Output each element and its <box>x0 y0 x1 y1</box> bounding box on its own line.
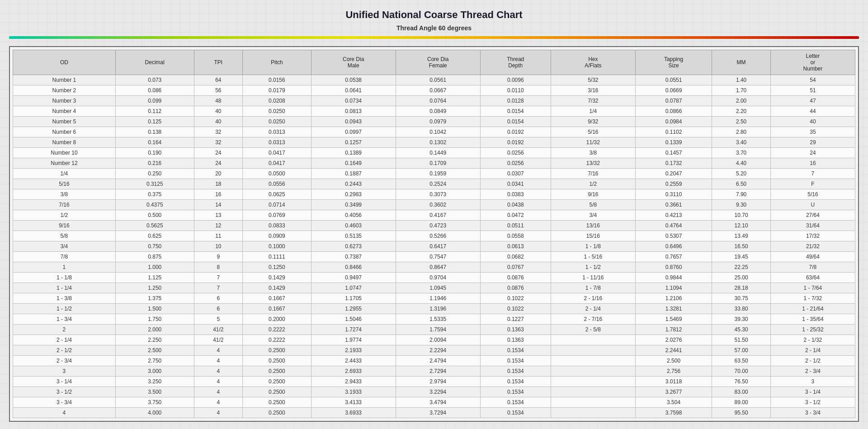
table-cell: 0.2559 <box>635 179 712 189</box>
table-cell: 1.70 <box>712 85 771 96</box>
table-cell: 32 <box>194 137 242 148</box>
table-cell: 0.1429 <box>243 273 311 283</box>
table-cell: 0.4764 <box>635 221 712 231</box>
table-cell: 4 <box>194 408 242 418</box>
table-row: 3/40.750100.10000.62730.64170.06131 - 1/… <box>13 241 855 252</box>
table-cell: 0.3499 <box>311 200 396 210</box>
table-cell: 3.000 <box>115 366 194 377</box>
table-cell: 0.1887 <box>311 169 396 179</box>
table-cell: Number 6 <box>13 127 116 137</box>
table-cell: 0.1250 <box>243 262 311 273</box>
table-cell: 5/16 <box>551 127 635 137</box>
table-row: 1/20.500130.07690.40560.41670.04723/40.4… <box>13 210 855 221</box>
table-cell: 0.2047 <box>635 169 712 179</box>
table-cell: 0.0849 <box>396 106 480 117</box>
table-cell: 33.80 <box>712 304 771 314</box>
table-cell: 51.50 <box>712 335 771 345</box>
table-cell: 0.0538 <box>311 75 396 85</box>
table-cell: 0.625 <box>115 231 194 241</box>
table-cell: 0.2443 <box>311 179 396 189</box>
table-cell: 0.0979 <box>396 117 480 127</box>
table-cell: 0.2983 <box>311 189 396 200</box>
table-cell: 1 - 1/8 <box>551 241 635 252</box>
table-cell: 2.7294 <box>396 366 480 377</box>
table-cell: 0.9844 <box>635 273 712 283</box>
table-cell: 0.138 <box>115 127 194 137</box>
table-cell: 0.1257 <box>311 137 396 148</box>
table-cell: 6.50 <box>712 179 771 189</box>
table-row: 33.00040.25002.69332.72940.15342.75670.0… <box>13 366 855 377</box>
table-cell: 1 - 1/4 <box>13 283 116 293</box>
table-cell: 2.500 <box>115 345 194 356</box>
table-cell: 1.40 <box>712 75 771 85</box>
table-cell: 0.2500 <box>243 408 311 418</box>
column-header: ThreadDepth <box>480 50 551 75</box>
table-cell: 0.0096 <box>480 75 551 85</box>
table-cell: 63/64 <box>770 273 855 283</box>
table-cell: 1.750 <box>115 314 194 325</box>
table-cell: 10.70 <box>712 210 771 221</box>
table-cell: 1.375 <box>115 293 194 304</box>
table-cell: 1 - 11/16 <box>551 273 635 283</box>
table-cell: 0.2500 <box>243 397 311 408</box>
table-cell: 4 <box>194 387 242 397</box>
table-cell: 0.0876 <box>480 283 551 293</box>
table-cell: 0.0208 <box>243 96 311 106</box>
table-cell: 2.20 <box>712 106 771 117</box>
table-row: 3 - 1/23.50040.25003.19333.22940.15343.2… <box>13 387 855 397</box>
table-cell: 3 <box>770 377 855 387</box>
table-cell: 6 <box>194 293 242 304</box>
table-cell: 5/16 <box>13 179 116 189</box>
table-row: Number 40.112400.02500.08130.08490.01541… <box>13 106 855 117</box>
table-cell: 0.375 <box>115 189 194 200</box>
table-cell: 0.0561 <box>396 75 480 85</box>
table-cell: 1/4 <box>13 169 116 179</box>
table-cell: 2 - 1/2 <box>13 345 116 356</box>
table-cell: 0.0641 <box>311 85 396 96</box>
table-cell: 7 <box>194 273 242 283</box>
table-cell: 0.1667 <box>243 304 311 314</box>
table-cell: 1.0747 <box>311 283 396 293</box>
table-cell: 5/32 <box>551 75 635 85</box>
table-cell: 70.00 <box>712 366 771 377</box>
table-cell: 1/2 <box>13 210 116 221</box>
table-cell: 0.1457 <box>635 148 712 158</box>
table-cell: 0.0192 <box>480 127 551 137</box>
table-cell: 2 - 3/4 <box>13 356 116 366</box>
table-cell: 0.0984 <box>635 117 712 127</box>
table-cell: 3.250 <box>115 377 194 387</box>
table-cell: 0.1302 <box>396 137 480 148</box>
table-cell: 7 <box>194 283 242 293</box>
table-cell: 0.1709 <box>396 158 480 169</box>
table-cell: 0.1534 <box>480 366 551 377</box>
table-cell: 0.5307 <box>635 231 712 241</box>
table-cell: 0.0943 <box>311 117 396 127</box>
table-cell: 2.000 <box>115 325 194 335</box>
table-cell: 39.30 <box>712 314 771 325</box>
table-row: 1 - 3/41.75050.20001.50461.53350.12272 -… <box>13 314 855 325</box>
table-cell: 0.0383 <box>480 189 551 200</box>
table-cell: 0.1667 <box>243 293 311 304</box>
table-cell: 0.1389 <box>311 148 396 158</box>
table-cell: 1 - 1/2 <box>13 304 116 314</box>
table-cell: 3 - 1/4 <box>770 387 855 397</box>
table-cell: 2.0276 <box>635 335 712 345</box>
table-cell: 8 <box>194 262 242 273</box>
table-cell: 2.4794 <box>396 356 480 366</box>
table-cell: 0.500 <box>115 210 194 221</box>
table-cell: 20 <box>194 169 242 179</box>
table-cell: 0.7547 <box>396 252 480 262</box>
table-cell: 13 <box>194 210 242 221</box>
table-cell: 13/32 <box>551 158 635 169</box>
table-cell: 0.0833 <box>243 221 311 231</box>
column-header: OD <box>13 50 116 75</box>
table-cell: 0.3602 <box>396 200 480 210</box>
table-cell: 9/16 <box>551 189 635 200</box>
table-cell: Number 1 <box>13 75 116 85</box>
table-cell: 3.1933 <box>311 387 396 397</box>
table-cell: 1 - 7/8 <box>551 283 635 293</box>
table-cell: 2 - 7/16 <box>551 314 635 325</box>
table-cell <box>551 408 635 418</box>
table-cell: 10 <box>194 241 242 252</box>
table-cell: 49/64 <box>770 252 855 262</box>
